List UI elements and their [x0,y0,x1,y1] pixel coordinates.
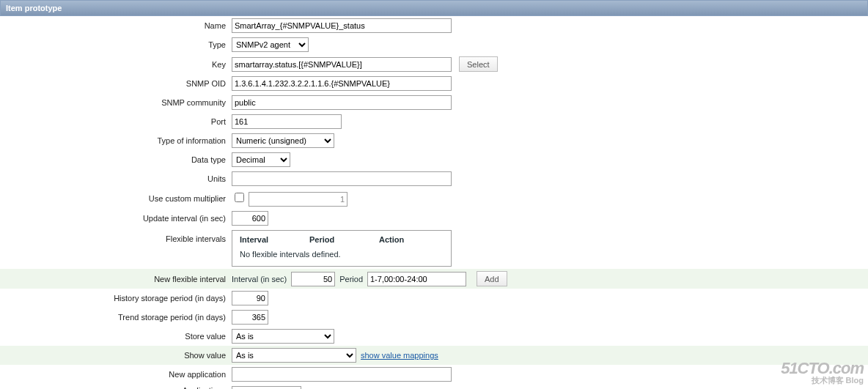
flex-col-interval: Interval [240,235,309,244]
form-table: Name Type SNMPv2 agent Key Select [0,16,868,389]
new-flex-period-label: Period [339,275,363,284]
show-value-mappings-link[interactable]: show value mappings [361,351,438,360]
panel-title: Item prototype [0,0,868,16]
store-value-select[interactable]: As is [232,329,334,344]
show-value-select[interactable]: As is [232,348,356,363]
trend-storage-input[interactable] [232,310,268,325]
flex-col-period: Period [309,235,379,244]
name-input[interactable] [232,18,452,33]
label-snmp-oid: SNMP OID [0,74,229,93]
label-name: Name [0,16,229,35]
label-trend-storage: Trend storage period (in days) [0,308,229,327]
type-of-information-select[interactable]: Numeric (unsigned) [232,133,334,148]
flex-col-action: Action [379,235,444,244]
flex-empty-text: No flexible intervals defined. [232,247,451,266]
custom-multiplier-value [249,192,347,207]
select-button[interactable]: Select [459,56,498,72]
label-applications: Applications [0,384,229,389]
update-interval-input[interactable] [232,211,268,226]
units-input[interactable] [232,171,452,186]
label-use-custom-multiplier: Use custom multiplier [0,188,229,209]
history-storage-input[interactable] [232,291,268,305]
new-flex-interval-label: Interval (in sec) [232,275,287,284]
label-units: Units [0,169,229,188]
new-flex-period-input[interactable] [367,272,466,286]
label-flexible-intervals: Flexible intervals [0,228,229,269]
label-show-value: Show value [0,346,229,365]
label-new-application: New application [0,365,229,384]
key-input[interactable] [232,57,452,72]
label-history-storage: History storage period (in days) [0,289,229,308]
label-snmp-community: SNMP community [0,93,229,112]
data-type-select[interactable]: Decimal [232,152,290,167]
applications-listbox[interactable]: -None- HP HardDisk HP Smart Array [232,386,301,389]
label-data-type: Data type [0,150,229,169]
new-flex-interval-input[interactable] [291,272,335,286]
snmp-community-input[interactable] [232,95,452,110]
port-input[interactable] [232,114,342,129]
add-button[interactable]: Add [477,271,507,286]
label-key: Key [0,54,229,74]
snmp-oid-input[interactable] [232,76,452,91]
label-new-flexible-interval: New flexible interval [0,269,229,289]
label-update-interval: Update interval (in sec) [0,209,229,228]
label-store-value: Store value [0,327,229,346]
label-type: Type [0,35,229,54]
use-custom-multiplier-checkbox[interactable] [235,193,244,202]
label-type-of-information: Type of information [0,131,229,150]
type-select[interactable]: SNMPv2 agent [232,37,309,52]
flexible-intervals-box: Interval Period Action No flexible inter… [232,230,452,267]
label-port: Port [0,112,229,131]
new-application-input[interactable] [232,367,452,382]
